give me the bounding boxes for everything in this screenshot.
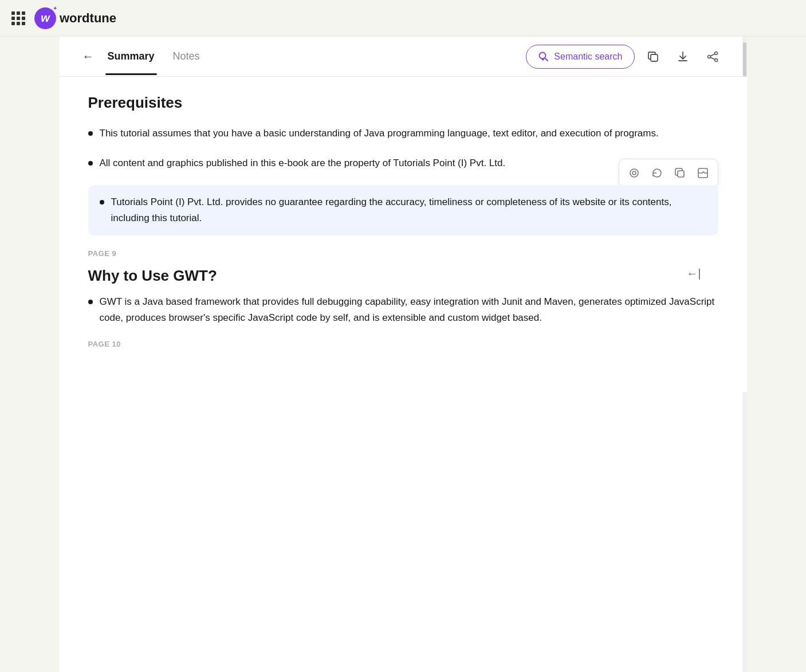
svg-line-8 [710,57,715,60]
tab-notes[interactable]: Notes [171,46,202,67]
app-name: wordtune [60,11,116,26]
highlighted-section: Tutorials Point (I) Pvt. Ltd. provides n… [88,185,718,235]
svg-text:✦: ✦ [541,57,545,62]
svg-rect-11 [678,171,684,177]
page10-label: PAGE 10 [88,340,718,348]
page-9-section: PAGE 9 Why to Use GWT? ←| GWT is a Java … [88,249,718,348]
scrollbar-thumb [743,42,746,77]
semantic-search-button[interactable]: ✦ Semantic search [526,45,634,69]
highlighted-list-item: Tutorials Point (I) Pvt. Ltd. provides n… [88,185,718,235]
svg-line-7 [710,54,715,56]
bullet-dot [88,131,93,136]
svg-point-9 [630,169,638,177]
svg-point-6 [707,55,710,58]
bullet3-text: Tutorials Point (I) Pvt. Ltd. provides n… [111,194,707,226]
wordtune-logo: w wordtune [34,7,116,29]
svg-rect-3 [651,54,658,61]
bullet-dot [88,161,93,166]
refresh-icon-button[interactable] [647,163,667,183]
bullet-dot [88,300,93,304]
bullet-dot [100,200,104,205]
svg-line-1 [545,58,548,61]
prerequisites-title: Prerequisites [88,94,718,112]
svg-point-5 [714,58,717,61]
tab-actions: ✦ Semantic search [526,45,724,69]
copy-icon-button[interactable] [670,163,690,183]
page9-title-row: Why to Use GWT? ←| [88,267,718,294]
main-container: ← Summary Notes ✦ Semantic search [60,37,747,672]
navbar: w wordtune [0,0,806,37]
page9-label: PAGE 9 [88,249,718,258]
back-button[interactable]: ← [82,50,94,63]
tab-summary[interactable]: Summary [105,46,157,67]
list-item: GWT is a Java based framework that provi… [88,294,718,326]
tab-bar: ← Summary Notes ✦ Semantic search [60,37,747,77]
semantic-search-icon: ✦ [538,51,549,62]
svg-point-4 [714,52,717,54]
svg-point-10 [632,171,636,175]
page9-list: GWT is a Java based framework that provi… [88,294,718,326]
record-icon-button[interactable] [624,163,644,183]
collapse-button[interactable]: ←| [686,267,701,280]
share-button[interactable] [701,45,724,68]
download-button[interactable] [671,45,694,68]
copy-button[interactable] [642,45,665,68]
page9-title: Why to Use GWT? [88,267,217,285]
list-item: This tutorial assumes that you have a ba… [88,125,718,142]
logo-icon: w [34,7,56,29]
content-area: Prerequisites This tutorial assumes that… [60,77,747,392]
export-icon-button[interactable] [693,163,713,183]
item-toolbar [619,159,718,187]
apps-icon[interactable] [11,11,25,25]
